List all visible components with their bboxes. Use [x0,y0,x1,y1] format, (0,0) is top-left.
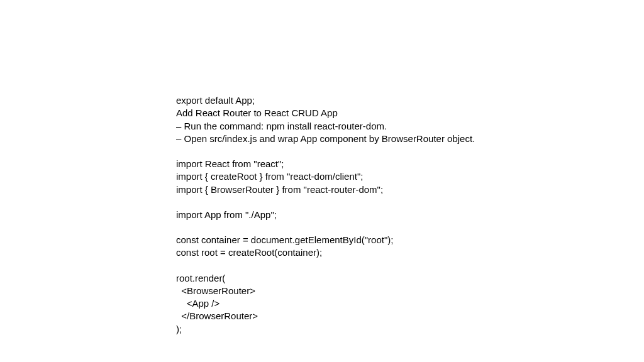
code-line: root.render( [176,272,606,285]
code-line: </BrowserRouter> [176,310,606,322]
code-line: import { BrowserRouter } from "react-rou… [176,184,606,196]
document-body: export default App; Add React Router to … [0,0,644,336]
code-line: import App from "./App"; [176,209,606,221]
blank-line [176,145,606,158]
code-line: Add React Router to React CRUD App [176,107,606,119]
code-line: <App /> [176,297,606,310]
blank-line [176,196,606,209]
code-line: import React from "react"; [176,158,606,170]
blank-line [176,221,606,234]
code-line: ); [176,323,606,336]
code-line: const container = document.getElementByI… [176,234,606,246]
code-line: – Open src/index.js and wrap App compone… [176,133,606,145]
code-line: <BrowserRouter> [176,285,606,297]
code-line: export default App; [176,94,606,107]
code-line: import { createRoot } from "react-dom/cl… [176,170,606,183]
code-line: – Run the command: npm install react-rou… [176,120,606,133]
code-line: const root = createRoot(container); [176,246,606,259]
blank-line [176,260,606,272]
